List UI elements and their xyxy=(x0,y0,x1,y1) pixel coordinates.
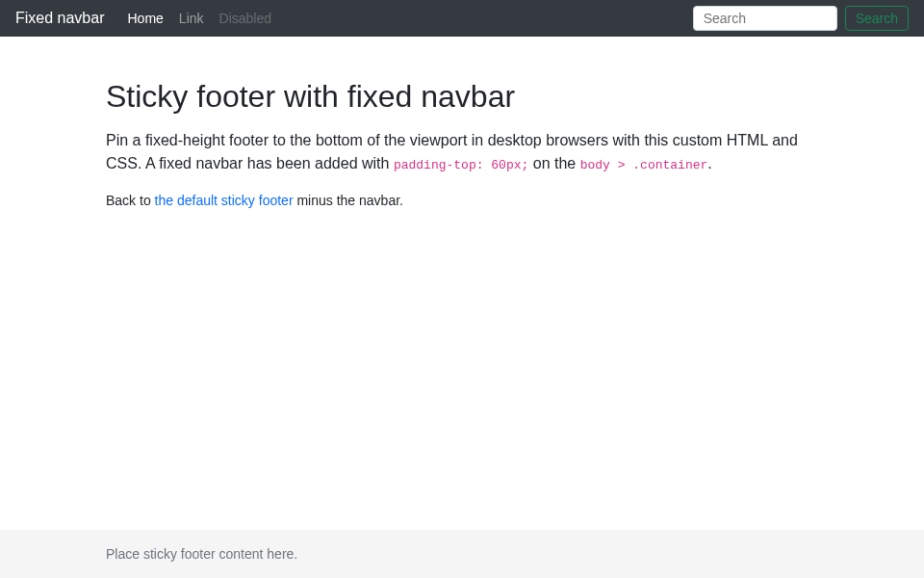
search-input[interactable] xyxy=(693,6,837,31)
back-suffix: minus the navbar. xyxy=(294,193,403,208)
navbar: Fixed navbar Home Link Disabled Search xyxy=(0,0,924,37)
main-content: Sticky footer with fixed navbar Pin a fi… xyxy=(106,58,818,211)
footer-text: Place sticky footer content here. xyxy=(106,546,297,562)
nav-link-link[interactable]: Link xyxy=(171,11,212,26)
back-prefix: Back to xyxy=(106,193,155,208)
page-title: Sticky footer with fixed navbar xyxy=(106,73,818,119)
lead-code-1: padding-top: 60px; xyxy=(394,158,528,172)
back-paragraph: Back to the default sticky footer minus … xyxy=(106,191,818,211)
navbar-brand[interactable]: Fixed navbar xyxy=(15,7,105,30)
lead-text-2: on the xyxy=(528,155,579,171)
lead-paragraph: Pin a fixed-height footer to the bottom … xyxy=(106,129,818,175)
navbar-search-form: Search xyxy=(693,6,909,31)
lead-text-3: . xyxy=(707,155,711,171)
back-link[interactable]: the default sticky footer xyxy=(155,193,294,208)
search-button[interactable]: Search xyxy=(845,6,909,31)
navbar-nav: Home Link Disabled xyxy=(120,7,693,30)
lead-code-2: body > .container xyxy=(580,158,708,172)
nav-link-disabled: Disabled xyxy=(212,11,279,26)
nav-link-home[interactable]: Home xyxy=(120,11,171,26)
footer-inner: Place sticky footer content here. xyxy=(106,542,818,565)
footer: Place sticky footer content here. xyxy=(0,530,924,578)
